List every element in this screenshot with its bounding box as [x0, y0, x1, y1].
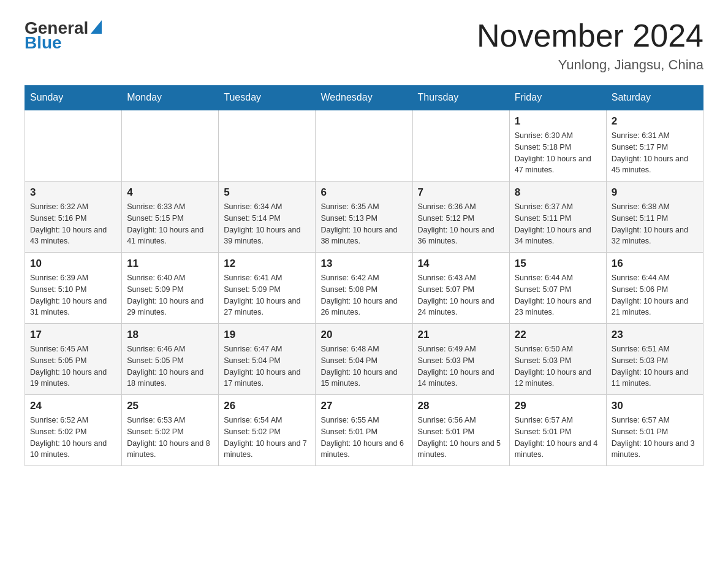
calendar-cell: 10Sunrise: 6:39 AMSunset: 5:10 PMDayligh…	[25, 253, 122, 324]
calendar-cell: 25Sunrise: 6:53 AMSunset: 5:02 PMDayligh…	[122, 395, 219, 466]
day-info: Sunrise: 6:35 AMSunset: 5:13 PMDaylight:…	[320, 201, 407, 247]
calendar-cell: 4Sunrise: 6:33 AMSunset: 5:15 PMDaylight…	[122, 182, 219, 253]
logo-arrow-icon	[91, 20, 102, 34]
calendar-cell: 26Sunrise: 6:54 AMSunset: 5:02 PMDayligh…	[219, 395, 316, 466]
day-number: 27	[320, 400, 407, 412]
calendar-cell: 7Sunrise: 6:36 AMSunset: 5:12 PMDaylight…	[412, 182, 509, 253]
day-info: Sunrise: 6:53 AMSunset: 5:02 PMDaylight:…	[127, 415, 213, 461]
calendar-cell: 12Sunrise: 6:41 AMSunset: 5:09 PMDayligh…	[219, 253, 316, 324]
calendar-cell	[316, 110, 412, 182]
calendar-cell	[122, 110, 219, 182]
day-info: Sunrise: 6:34 AMSunset: 5:14 PMDaylight:…	[224, 201, 310, 247]
day-info: Sunrise: 6:32 AMSunset: 5:16 PMDaylight:…	[30, 201, 116, 247]
calendar-cell: 21Sunrise: 6:49 AMSunset: 5:03 PMDayligh…	[412, 324, 509, 395]
day-info: Sunrise: 6:44 AMSunset: 5:07 PMDaylight:…	[515, 272, 601, 318]
day-info: Sunrise: 6:56 AMSunset: 5:01 PMDaylight:…	[418, 415, 504, 461]
day-number: 1	[515, 115, 601, 128]
day-number: 22	[515, 329, 601, 341]
calendar-cell: 22Sunrise: 6:50 AMSunset: 5:03 PMDayligh…	[509, 324, 606, 395]
day-number: 29	[515, 400, 601, 412]
calendar-cell: 3Sunrise: 6:32 AMSunset: 5:16 PMDaylight…	[25, 182, 122, 253]
day-info: Sunrise: 6:36 AMSunset: 5:12 PMDaylight:…	[418, 201, 504, 247]
day-info: Sunrise: 6:49 AMSunset: 5:03 PMDaylight:…	[418, 343, 504, 389]
day-number: 30	[612, 400, 698, 412]
day-info: Sunrise: 6:55 AMSunset: 5:01 PMDaylight:…	[320, 415, 407, 461]
day-number: 15	[515, 258, 601, 270]
weekday-header-tuesday: Tuesday	[219, 86, 316, 110]
day-number: 7	[418, 186, 504, 199]
weekday-header-thursday: Thursday	[412, 86, 509, 110]
day-number: 10	[30, 258, 116, 270]
calendar-table: SundayMondayTuesdayWednesdayThursdayFrid…	[25, 85, 703, 466]
day-number: 25	[127, 400, 213, 412]
calendar-cell: 20Sunrise: 6:48 AMSunset: 5:04 PMDayligh…	[316, 324, 412, 395]
calendar-cell: 6Sunrise: 6:35 AMSunset: 5:13 PMDaylight…	[316, 182, 412, 253]
day-info: Sunrise: 6:37 AMSunset: 5:11 PMDaylight:…	[515, 201, 601, 247]
day-number: 9	[612, 186, 698, 199]
weekday-header-monday: Monday	[122, 86, 219, 110]
calendar-cell: 14Sunrise: 6:43 AMSunset: 5:07 PMDayligh…	[412, 253, 509, 324]
day-number: 14	[418, 258, 504, 270]
day-info: Sunrise: 6:52 AMSunset: 5:02 PMDaylight:…	[30, 415, 116, 461]
calendar-cell: 1Sunrise: 6:30 AMSunset: 5:18 PMDaylight…	[509, 110, 606, 182]
page-header: General Blue November 2024 Yunlong, Jian…	[25, 18, 703, 73]
logo-blue-text: Blue	[25, 33, 62, 53]
day-number: 4	[127, 186, 213, 199]
day-info: Sunrise: 6:33 AMSunset: 5:15 PMDaylight:…	[127, 201, 213, 247]
logo-blue-section	[89, 23, 102, 34]
logo: General Blue	[25, 18, 102, 53]
day-info: Sunrise: 6:50 AMSunset: 5:03 PMDaylight:…	[515, 343, 601, 389]
calendar-cell: 17Sunrise: 6:45 AMSunset: 5:05 PMDayligh…	[25, 324, 122, 395]
calendar-cell: 29Sunrise: 6:57 AMSunset: 5:01 PMDayligh…	[509, 395, 606, 466]
calendar-cell	[219, 110, 316, 182]
calendar-cell: 15Sunrise: 6:44 AMSunset: 5:07 PMDayligh…	[509, 253, 606, 324]
weekday-header-saturday: Saturday	[606, 86, 703, 110]
week-row-1: 1Sunrise: 6:30 AMSunset: 5:18 PMDaylight…	[25, 110, 703, 182]
day-number: 13	[320, 258, 407, 270]
day-number: 19	[224, 329, 310, 341]
week-row-3: 10Sunrise: 6:39 AMSunset: 5:10 PMDayligh…	[25, 253, 703, 324]
calendar-cell: 9Sunrise: 6:38 AMSunset: 5:11 PMDaylight…	[606, 182, 703, 253]
day-number: 20	[320, 329, 407, 341]
day-info: Sunrise: 6:43 AMSunset: 5:07 PMDaylight:…	[418, 272, 504, 318]
day-info: Sunrise: 6:48 AMSunset: 5:04 PMDaylight:…	[320, 343, 407, 389]
calendar-cell: 13Sunrise: 6:42 AMSunset: 5:08 PMDayligh…	[316, 253, 412, 324]
day-number: 16	[612, 258, 698, 270]
day-info: Sunrise: 6:38 AMSunset: 5:11 PMDaylight:…	[612, 201, 698, 247]
calendar-cell: 18Sunrise: 6:46 AMSunset: 5:05 PMDayligh…	[122, 324, 219, 395]
calendar-cell: 8Sunrise: 6:37 AMSunset: 5:11 PMDaylight…	[509, 182, 606, 253]
day-info: Sunrise: 6:30 AMSunset: 5:18 PMDaylight:…	[515, 130, 601, 176]
calendar-subtitle: Yunlong, Jiangsu, China	[477, 57, 703, 73]
day-number: 3	[30, 186, 116, 199]
calendar-cell: 30Sunrise: 6:57 AMSunset: 5:01 PMDayligh…	[606, 395, 703, 466]
weekday-header-sunday: Sunday	[25, 86, 122, 110]
day-info: Sunrise: 6:51 AMSunset: 5:03 PMDaylight:…	[612, 343, 698, 389]
day-number: 21	[418, 329, 504, 341]
weekday-header-row: SundayMondayTuesdayWednesdayThursdayFrid…	[25, 86, 703, 110]
day-info: Sunrise: 6:45 AMSunset: 5:05 PMDaylight:…	[30, 343, 116, 389]
calendar-title: November 2024	[477, 18, 703, 53]
day-info: Sunrise: 6:57 AMSunset: 5:01 PMDaylight:…	[612, 415, 698, 461]
day-number: 28	[418, 400, 504, 412]
calendar-cell: 23Sunrise: 6:51 AMSunset: 5:03 PMDayligh…	[606, 324, 703, 395]
calendar-cell: 24Sunrise: 6:52 AMSunset: 5:02 PMDayligh…	[25, 395, 122, 466]
calendar-cell: 27Sunrise: 6:55 AMSunset: 5:01 PMDayligh…	[316, 395, 412, 466]
day-number: 2	[612, 115, 698, 128]
day-number: 5	[224, 186, 310, 199]
calendar-cell: 16Sunrise: 6:44 AMSunset: 5:06 PMDayligh…	[606, 253, 703, 324]
day-number: 24	[30, 400, 116, 412]
calendar-cell	[412, 110, 509, 182]
day-info: Sunrise: 6:40 AMSunset: 5:09 PMDaylight:…	[127, 272, 213, 318]
day-info: Sunrise: 6:42 AMSunset: 5:08 PMDaylight:…	[320, 272, 407, 318]
day-number: 6	[320, 186, 407, 199]
calendar-cell: 11Sunrise: 6:40 AMSunset: 5:09 PMDayligh…	[122, 253, 219, 324]
day-number: 23	[612, 329, 698, 341]
day-number: 11	[127, 258, 213, 270]
weekday-header-wednesday: Wednesday	[316, 86, 412, 110]
week-row-4: 17Sunrise: 6:45 AMSunset: 5:05 PMDayligh…	[25, 324, 703, 395]
calendar-cell	[25, 110, 122, 182]
day-info: Sunrise: 6:54 AMSunset: 5:02 PMDaylight:…	[224, 415, 310, 461]
day-info: Sunrise: 6:31 AMSunset: 5:17 PMDaylight:…	[612, 130, 698, 176]
day-info: Sunrise: 6:39 AMSunset: 5:10 PMDaylight:…	[30, 272, 116, 318]
day-info: Sunrise: 6:41 AMSunset: 5:09 PMDaylight:…	[224, 272, 310, 318]
